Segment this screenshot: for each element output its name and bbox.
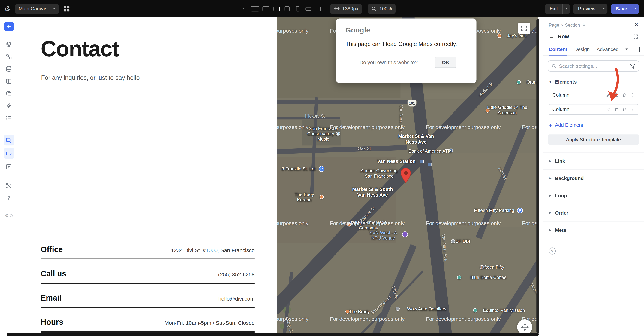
insert-frame-icon[interactable]	[4, 161, 14, 172]
transit-marker[interactable]	[420, 160, 424, 163]
tab-design[interactable]: Design	[574, 43, 590, 55]
apply-structure-template-button[interactable]: Apply Structure Template	[548, 134, 639, 145]
list-settings-icon[interactable]	[4, 113, 14, 123]
device-phone-small-icon[interactable]	[314, 4, 324, 14]
page-heading[interactable]: Contact	[41, 36, 119, 61]
breadcrumb-section[interactable]: Section	[565, 22, 580, 27]
zoom-control[interactable]: 100%	[368, 4, 396, 13]
page-canvas[interactable]: Contact For any inquiries, or just to sa…	[18, 17, 277, 336]
map-poi-label: Fifteen Fifty Parking	[474, 208, 514, 213]
edit-icon[interactable]	[606, 107, 611, 112]
width-arrows-icon	[334, 6, 340, 11]
layout-panel-icon[interactable]	[4, 76, 14, 86]
poi-marker[interactable]	[473, 308, 477, 312]
design-tools-icon[interactable]	[4, 51, 14, 62]
venue-marker[interactable]	[402, 231, 408, 237]
device-desktop-wide-icon[interactable]	[250, 4, 260, 14]
add-module-button[interactable]: +	[4, 22, 14, 31]
device-tablet-landscape-icon[interactable]	[303, 4, 314, 14]
map-pin[interactable]	[400, 168, 411, 185]
canvas-selector[interactable]: Main Canvas	[16, 4, 59, 13]
map-watermark: For development purposes only	[330, 220, 405, 226]
contact-row[interactable]: Call us(255) 352-6258	[41, 269, 255, 284]
exit-button[interactable]: Exit	[545, 4, 570, 13]
panel-title: Row	[558, 33, 569, 40]
contact-row[interactable]: HoursMon-Fri: 10am-5pm / Sat-Sun: Closed	[41, 318, 255, 333]
route-101-shield[interactable]: 101	[408, 100, 416, 107]
device-desktop-icon[interactable]	[260, 4, 271, 14]
contact-row[interactable]: Emailhello@divi.com	[41, 293, 255, 308]
device-laptop-icon-active[interactable]	[271, 4, 282, 14]
section-order[interactable]: ▶Order	[543, 204, 644, 221]
section-loop[interactable]: ▶Loop	[543, 187, 644, 204]
zoom-value: 100%	[379, 6, 392, 12]
section-link[interactable]: ▶Link	[543, 152, 644, 169]
close-panel-icon[interactable]: ×	[634, 22, 638, 28]
poi-marker[interactable]	[517, 80, 521, 84]
builder-settings-icon[interactable]: ⚙	[4, 5, 10, 12]
delete-icon[interactable]	[622, 107, 627, 112]
device-tablet-icon[interactable]	[282, 4, 292, 14]
add-element-button[interactable]: + Add Element	[549, 122, 638, 128]
canvas-frame-right-edge[interactable]	[536, 19, 539, 333]
section-background[interactable]: ▶Background	[543, 169, 644, 187]
pan-arrows-icon	[521, 323, 528, 331]
left-toolbar: + ? ⚙	[0, 17, 18, 336]
poi-marker[interactable]	[396, 307, 400, 311]
copy-icon[interactable]	[4, 88, 14, 99]
tab-content[interactable]: Content	[549, 43, 567, 55]
annotation-arrow	[606, 67, 624, 103]
tabs-chevron-down-icon[interactable]	[626, 48, 628, 50]
options-kebab-icon[interactable]	[630, 107, 634, 112]
canvas-width-control[interactable]: 1380px	[330, 4, 362, 13]
breadcrumb-page[interactable]: Page	[549, 22, 559, 27]
select-row-tool-icon[interactable]	[4, 148, 14, 159]
builder-preferences-toggle[interactable]: ⚙	[5, 213, 13, 218]
tab-advanced[interactable]: Advanced	[597, 43, 619, 55]
options-kebab-icon[interactable]	[630, 93, 634, 97]
device-phone-icon[interactable]	[292, 4, 303, 14]
transit-marker[interactable]	[428, 163, 432, 166]
filter-funnel-icon[interactable]	[630, 64, 635, 68]
layout-grid-icon[interactable]	[64, 6, 70, 12]
panel-help-icon[interactable]: ?	[549, 247, 556, 254]
element-row-column[interactable]: Column	[549, 90, 638, 100]
select-module-tool-icon[interactable]	[4, 135, 14, 145]
canvas-frame-bottom-edge[interactable]	[6, 333, 539, 336]
breadcrumb-drill-icon: ↳	[582, 22, 586, 28]
map-poi-label: Bank of America ATM	[408, 149, 452, 154]
section-meta[interactable]: ▶Meta	[543, 221, 644, 238]
map-fullscreen-button[interactable]	[518, 23, 530, 34]
preview-dropdown-caret[interactable]	[600, 4, 608, 13]
duplicate-icon[interactable]	[614, 107, 619, 112]
element-row-column[interactable]: Column	[549, 104, 638, 115]
parking-marker[interactable]: P	[319, 166, 325, 172]
section-label: Link	[555, 158, 565, 164]
map-pan-button[interactable]	[517, 319, 532, 335]
elements-section-header[interactable]: ▼ Elements	[549, 79, 638, 85]
save-button[interactable]: Save	[611, 4, 639, 13]
own-website-link[interactable]: Do you own this website?	[360, 59, 418, 65]
ok-button[interactable]: OK	[435, 57, 456, 68]
poi-marker[interactable]	[320, 195, 324, 199]
layers-icon[interactable]	[4, 39, 14, 49]
back-arrow-icon[interactable]: ←	[549, 33, 554, 40]
database-icon[interactable]	[4, 63, 14, 74]
panel-tabs: Content Design Advanced	[543, 43, 644, 56]
help-icon[interactable]: ?	[4, 192, 14, 203]
poi-marker[interactable]	[457, 275, 461, 279]
contact-row[interactable]: Office1234 Divi St. #1000, San Francisco	[41, 245, 255, 259]
page-subheading[interactable]: For any inquiries, or just to say hello	[41, 74, 140, 81]
save-dropdown-caret[interactable]	[632, 4, 639, 13]
poi-marker[interactable]	[451, 239, 455, 243]
settings-search[interactable]	[548, 61, 639, 72]
more-options-icon[interactable]: ⋮	[240, 5, 246, 12]
desktop-view-icon[interactable]	[639, 47, 640, 52]
parking-marker[interactable]: P	[517, 208, 523, 213]
poi-marker[interactable]	[497, 34, 502, 38]
panel-expand-icon[interactable]	[633, 34, 638, 39]
lightning-icon[interactable]	[4, 100, 14, 111]
exit-dropdown-caret[interactable]	[562, 4, 570, 13]
preview-button[interactable]: Preview	[574, 4, 608, 13]
utility-tools-icon[interactable]	[4, 180, 14, 191]
